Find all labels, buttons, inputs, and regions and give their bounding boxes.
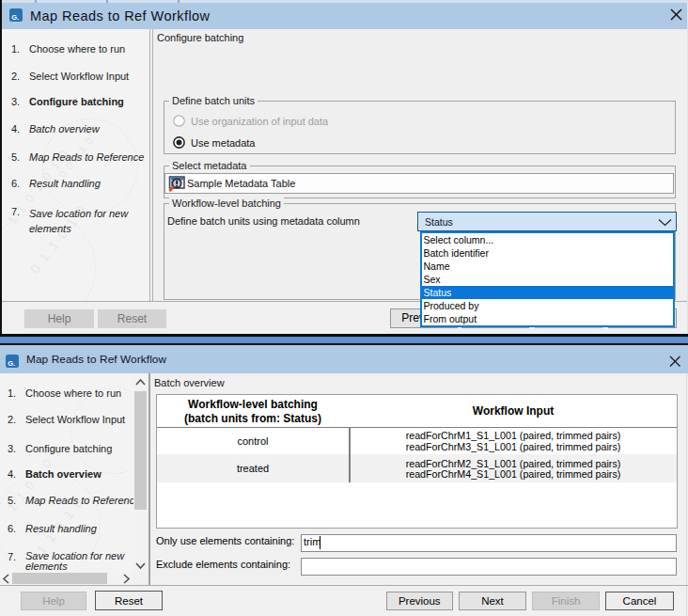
svg-text:G.: G. xyxy=(8,359,15,368)
svg-text:G.: G. xyxy=(11,13,19,22)
